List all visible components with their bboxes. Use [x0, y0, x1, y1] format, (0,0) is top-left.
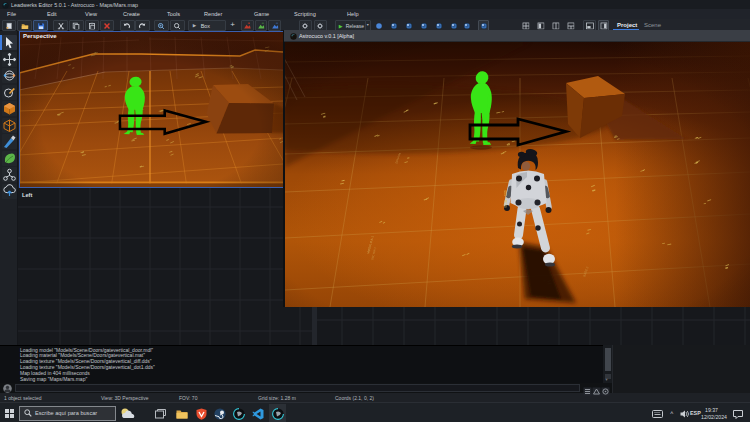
svg-text:VIDA = 100: VIDA = 100 — [504, 190, 508, 208]
